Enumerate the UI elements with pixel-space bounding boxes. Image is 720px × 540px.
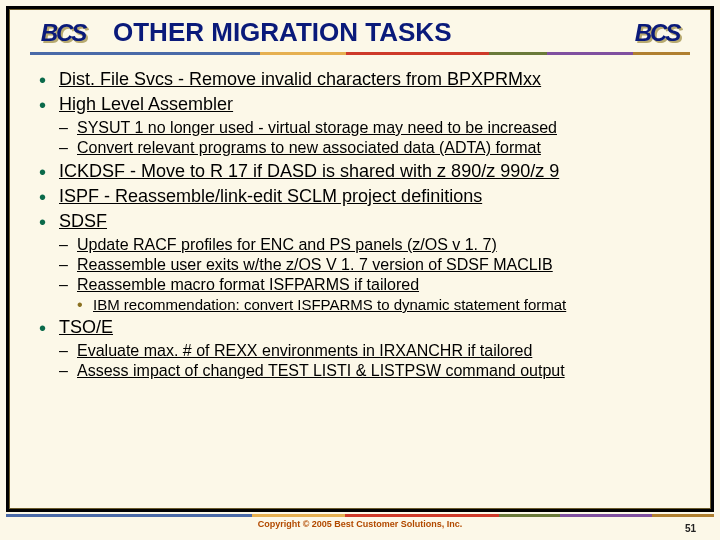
- bullet-2: Convert relevant programs to new associa…: [37, 139, 683, 157]
- slide-frame: BCS OTHER MIGRATION TASKS BCS Dist. File…: [6, 6, 714, 512]
- bullet-2: Reassemble macro format ISFPARMS if tail…: [37, 276, 683, 294]
- logo-text: BCS: [635, 19, 680, 47]
- bullet-1: TSO/E: [37, 317, 683, 338]
- bullet-3: IBM recommendation: convert ISFPARMS to …: [37, 296, 683, 313]
- logo-left: BCS: [33, 15, 93, 51]
- bullet-1: ICKDSF - Move to R 17 if DASD is shared …: [37, 161, 683, 182]
- slide-content: Dist. File Svcs - Remove invalid charact…: [9, 61, 711, 386]
- bullet-1: High Level Assembler: [37, 94, 683, 115]
- bullet-2: Reassemble user exits w/the z/OS V 1. 7 …: [37, 256, 683, 274]
- bullet-1: Dist. File Svcs - Remove invalid charact…: [37, 69, 683, 90]
- bullet-2: Update RACF profiles for ENC and PS pane…: [37, 236, 683, 254]
- logo-text: BCS: [41, 19, 86, 47]
- bullet-1: ISPF - Reassemble/link-edit SCLM project…: [37, 186, 683, 207]
- bullet-2: Evaluate max. # of REXX environments in …: [37, 342, 683, 360]
- copyright-text: Copyright © 2005 Best Customer Solutions…: [6, 519, 714, 529]
- bullet-2: SYSUT 1 no longer used - virtual storage…: [37, 119, 683, 137]
- slide-header: BCS OTHER MIGRATION TASKS BCS: [9, 9, 711, 61]
- horizontal-rule-accent: [6, 514, 714, 517]
- bullet-2: Assess impact of changed TEST LISTI & LI…: [37, 362, 683, 380]
- page-number: 51: [685, 523, 696, 534]
- bullet-1: SDSF: [37, 211, 683, 232]
- slide-title: OTHER MIGRATION TASKS: [113, 17, 687, 48]
- slide-footer: Copyright © 2005 Best Customer Solutions…: [6, 514, 714, 532]
- horizontal-rule-accent: [30, 52, 690, 55]
- logo-right: BCS: [627, 15, 687, 51]
